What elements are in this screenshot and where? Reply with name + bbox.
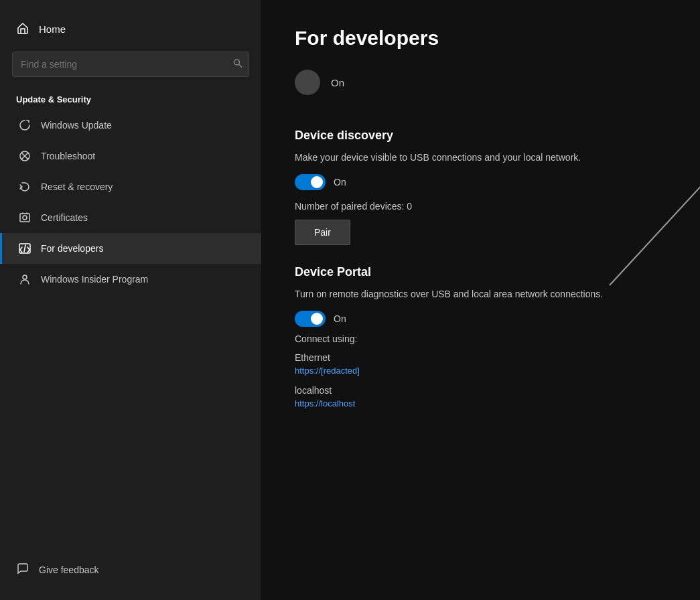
home-icon xyxy=(16,21,29,37)
scroll-top-text: On xyxy=(331,77,344,88)
sidebar-item-troubleshoot[interactable]: Troubleshoot xyxy=(0,141,261,171)
feedback-icon xyxy=(16,562,29,577)
device-portal-description: Turn on remote diagnostics over USB and … xyxy=(295,287,667,301)
windows-insider-label: Windows Insider Program xyxy=(41,274,148,285)
sidebar-item-reset-recovery[interactable]: Reset & recovery xyxy=(0,171,261,202)
troubleshoot-label: Troubleshoot xyxy=(41,151,95,161)
connect-using-label: Connect using: xyxy=(295,333,667,344)
section-label: Update & Security xyxy=(0,88,261,110)
scroll-top-item: On xyxy=(295,70,667,108)
device-discovery-toggle-label: On xyxy=(334,177,346,188)
certificates-label: Certificates xyxy=(41,212,88,223)
troubleshoot-icon xyxy=(18,149,31,163)
connection-url-localhost[interactable]: https://localhost xyxy=(295,398,667,408)
svg-rect-3 xyxy=(20,214,29,222)
sidebar: Home Update & Security Windows Update xyxy=(0,0,261,600)
sidebar-item-certificates[interactable]: Certificates xyxy=(0,202,261,233)
device-portal-title: Device Portal xyxy=(295,265,667,279)
search-box[interactable] xyxy=(12,52,249,77)
device-portal-toggle-row: On xyxy=(295,311,667,327)
for-developers-label: For developers xyxy=(41,243,103,254)
page-title: For developers xyxy=(295,27,667,50)
home-label: Home xyxy=(39,23,66,35)
main-content: For developers On Device discovery Make … xyxy=(261,0,700,600)
paired-devices-info: Number of paired devices: 0 xyxy=(295,201,667,212)
device-portal-toggle-label: On xyxy=(334,313,346,324)
windows-update-label: Windows Update xyxy=(41,120,112,131)
device-discovery-section: Device discovery Make your device visibl… xyxy=(295,129,667,265)
for-developers-icon xyxy=(18,242,31,255)
reset-recovery-label: Reset & recovery xyxy=(41,181,113,192)
device-discovery-toggle-row: On xyxy=(295,174,667,190)
certificates-icon xyxy=(18,211,31,224)
svg-line-1 xyxy=(239,64,242,68)
device-portal-toggle[interactable] xyxy=(295,311,326,327)
sidebar-item-windows-update[interactable]: Windows Update xyxy=(0,110,261,141)
windows-update-icon xyxy=(18,119,31,132)
sidebar-item-windows-insider[interactable]: Windows Insider Program xyxy=(0,264,261,295)
connection-type-localhost: localhost xyxy=(295,385,667,396)
scroll-avatar xyxy=(295,70,320,95)
sidebar-home[interactable]: Home xyxy=(0,13,261,45)
device-portal-toggle-thumb xyxy=(311,313,323,325)
reset-icon xyxy=(18,180,31,194)
feedback-label: Give feedback xyxy=(39,565,99,575)
search-icon xyxy=(233,59,242,70)
connection-url-ethernet[interactable]: https://[redacted] xyxy=(295,366,667,376)
svg-point-6 xyxy=(23,275,27,279)
device-discovery-toggle[interactable] xyxy=(295,174,326,190)
sidebar-give-feedback[interactable]: Give feedback xyxy=(0,552,261,587)
svg-point-4 xyxy=(23,216,27,220)
device-discovery-toggle-thumb xyxy=(311,176,323,188)
device-portal-section: Device Portal Turn on remote diagnostics… xyxy=(295,265,667,408)
pair-button[interactable]: Pair xyxy=(295,220,350,245)
connection-type-ethernet: Ethernet xyxy=(295,352,667,363)
device-discovery-description: Make your device visible to USB connecti… xyxy=(295,151,667,165)
search-input[interactable] xyxy=(12,52,249,77)
windows-insider-icon xyxy=(18,273,31,286)
sidebar-item-for-developers[interactable]: For developers xyxy=(0,233,261,264)
svg-point-0 xyxy=(234,60,240,65)
device-discovery-title: Device discovery xyxy=(295,129,667,143)
